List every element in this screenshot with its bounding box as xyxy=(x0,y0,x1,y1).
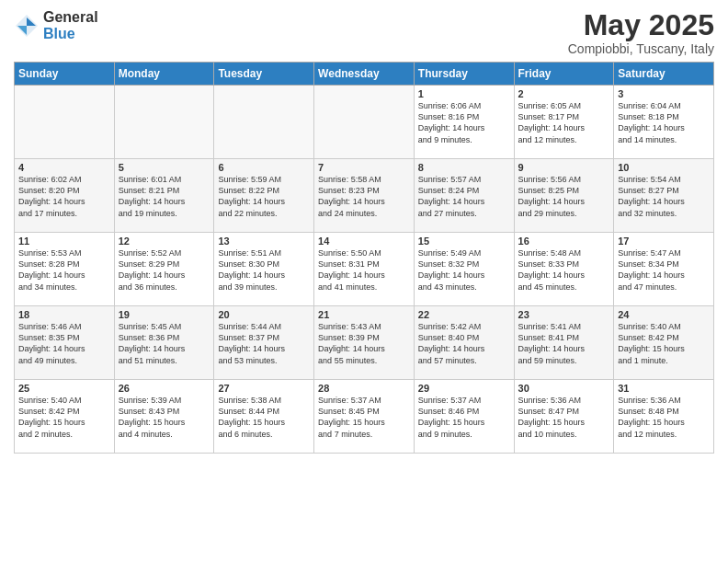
title-area: May 2025 Compiobbi, Tuscany, Italy xyxy=(568,9,714,56)
cell-w0-d5: 2Sunrise: 6:05 AM Sunset: 8:17 PM Daylig… xyxy=(514,86,614,159)
day-number: 23 xyxy=(518,309,610,320)
day-number: 22 xyxy=(418,309,510,320)
cell-w1-d6: 10Sunrise: 5:54 AM Sunset: 8:27 PM Dayli… xyxy=(614,159,714,233)
cell-w2-d1: 12Sunrise: 5:52 AM Sunset: 8:29 PM Dayli… xyxy=(114,233,214,306)
cell-w3-d4: 22Sunrise: 5:42 AM Sunset: 8:40 PM Dayli… xyxy=(414,306,514,380)
cell-w4-d1: 26Sunrise: 5:39 AM Sunset: 8:43 PM Dayli… xyxy=(114,380,214,454)
day-info: Sunrise: 5:45 AM Sunset: 8:36 PM Dayligh… xyxy=(119,321,210,366)
col-friday: Friday xyxy=(514,63,614,86)
day-info: Sunrise: 5:37 AM Sunset: 8:45 PM Dayligh… xyxy=(318,395,410,440)
day-info: Sunrise: 5:38 AM Sunset: 8:44 PM Dayligh… xyxy=(218,395,310,440)
week-row-0: 1Sunrise: 6:06 AM Sunset: 8:16 PM Daylig… xyxy=(15,86,714,159)
day-info: Sunrise: 5:51 AM Sunset: 8:30 PM Dayligh… xyxy=(218,247,310,293)
cell-w1-d1: 5Sunrise: 6:01 AM Sunset: 8:21 PM Daylig… xyxy=(114,159,214,233)
col-monday: Monday xyxy=(114,63,214,86)
col-wednesday: Wednesday xyxy=(314,63,415,86)
day-info: Sunrise: 6:01 AM Sunset: 8:21 PM Dayligh… xyxy=(119,174,210,219)
week-row-2: 11Sunrise: 5:53 AM Sunset: 8:28 PM Dayli… xyxy=(15,233,714,306)
col-tuesday: Tuesday xyxy=(214,63,314,86)
day-number: 25 xyxy=(18,383,110,394)
cell-w0-d4: 1Sunrise: 6:06 AM Sunset: 8:16 PM Daylig… xyxy=(414,86,514,159)
cell-w3-d3: 21Sunrise: 5:43 AM Sunset: 8:39 PM Dayli… xyxy=(314,306,415,380)
day-info: Sunrise: 5:36 AM Sunset: 8:47 PM Dayligh… xyxy=(518,395,610,440)
day-number: 4 xyxy=(18,162,110,173)
day-info: Sunrise: 5:41 AM Sunset: 8:41 PM Dayligh… xyxy=(518,321,610,366)
cell-w1-d3: 7Sunrise: 5:58 AM Sunset: 8:23 PM Daylig… xyxy=(314,159,415,233)
cell-w3-d0: 18Sunrise: 5:46 AM Sunset: 8:35 PM Dayli… xyxy=(15,306,115,380)
cell-w2-d2: 13Sunrise: 5:51 AM Sunset: 8:30 PM Dayli… xyxy=(214,233,314,306)
cell-w4-d4: 29Sunrise: 5:37 AM Sunset: 8:46 PM Dayli… xyxy=(414,380,514,454)
day-info: Sunrise: 5:48 AM Sunset: 8:33 PM Dayligh… xyxy=(518,247,610,293)
day-number: 12 xyxy=(119,236,210,247)
day-info: Sunrise: 5:40 AM Sunset: 8:42 PM Dayligh… xyxy=(18,395,110,440)
day-info: Sunrise: 6:04 AM Sunset: 8:18 PM Dayligh… xyxy=(618,100,710,145)
day-number: 21 xyxy=(318,309,410,320)
day-number: 26 xyxy=(119,383,210,394)
day-number: 31 xyxy=(618,383,710,394)
day-number: 20 xyxy=(218,309,310,320)
cell-w0-d0 xyxy=(15,86,115,159)
header: General Blue May 2025 Compiobbi, Tuscany… xyxy=(14,9,714,56)
cell-w2-d3: 14Sunrise: 5:50 AM Sunset: 8:31 PM Dayli… xyxy=(314,233,415,306)
calendar-table: Sunday Monday Tuesday Wednesday Thursday… xyxy=(14,62,714,454)
week-row-4: 25Sunrise: 5:40 AM Sunset: 8:42 PM Dayli… xyxy=(15,380,714,454)
subtitle: Compiobbi, Tuscany, Italy xyxy=(568,41,714,56)
day-info: Sunrise: 5:44 AM Sunset: 8:37 PM Dayligh… xyxy=(218,321,310,366)
day-info: Sunrise: 6:05 AM Sunset: 8:17 PM Dayligh… xyxy=(518,100,610,145)
day-info: Sunrise: 5:54 AM Sunset: 8:27 PM Dayligh… xyxy=(618,174,710,219)
day-info: Sunrise: 5:59 AM Sunset: 8:22 PM Dayligh… xyxy=(218,174,310,219)
cell-w2-d4: 15Sunrise: 5:49 AM Sunset: 8:32 PM Dayli… xyxy=(414,233,514,306)
header-row: Sunday Monday Tuesday Wednesday Thursday… xyxy=(15,63,714,86)
day-info: Sunrise: 5:49 AM Sunset: 8:32 PM Dayligh… xyxy=(418,247,510,293)
day-info: Sunrise: 5:56 AM Sunset: 8:25 PM Dayligh… xyxy=(518,174,610,219)
cell-w4-d3: 28Sunrise: 5:37 AM Sunset: 8:45 PM Dayli… xyxy=(314,380,415,454)
day-number: 17 xyxy=(618,236,710,247)
day-number: 27 xyxy=(218,383,310,394)
week-row-3: 18Sunrise: 5:46 AM Sunset: 8:35 PM Dayli… xyxy=(15,306,714,380)
day-number: 1 xyxy=(418,88,510,99)
day-number: 6 xyxy=(218,162,310,173)
col-thursday: Thursday xyxy=(414,63,514,86)
cell-w4-d6: 31Sunrise: 5:36 AM Sunset: 8:48 PM Dayli… xyxy=(614,380,714,454)
day-number: 9 xyxy=(518,162,610,173)
day-info: Sunrise: 5:39 AM Sunset: 8:43 PM Dayligh… xyxy=(119,395,210,440)
page-container: General Blue May 2025 Compiobbi, Tuscany… xyxy=(0,0,728,563)
day-number: 7 xyxy=(318,162,410,173)
cell-w0-d6: 3Sunrise: 6:04 AM Sunset: 8:18 PM Daylig… xyxy=(614,86,714,159)
day-number: 16 xyxy=(518,236,610,247)
logo: General Blue xyxy=(14,9,98,41)
cell-w3-d1: 19Sunrise: 5:45 AM Sunset: 8:36 PM Dayli… xyxy=(114,306,214,380)
day-number: 19 xyxy=(119,309,210,320)
cell-w3-d2: 20Sunrise: 5:44 AM Sunset: 8:37 PM Dayli… xyxy=(214,306,314,380)
day-info: Sunrise: 5:50 AM Sunset: 8:31 PM Dayligh… xyxy=(318,247,410,293)
day-number: 2 xyxy=(518,88,610,99)
day-number: 5 xyxy=(119,162,210,173)
day-number: 3 xyxy=(618,88,710,99)
cell-w2-d5: 16Sunrise: 5:48 AM Sunset: 8:33 PM Dayli… xyxy=(514,233,614,306)
col-saturday: Saturday xyxy=(614,63,714,86)
day-info: Sunrise: 5:53 AM Sunset: 8:28 PM Dayligh… xyxy=(18,247,110,293)
day-info: Sunrise: 5:46 AM Sunset: 8:35 PM Dayligh… xyxy=(18,321,110,366)
logo-icon xyxy=(14,13,40,39)
day-number: 13 xyxy=(218,236,310,247)
cell-w3-d6: 24Sunrise: 5:40 AM Sunset: 8:42 PM Dayli… xyxy=(614,306,714,380)
cell-w4-d0: 25Sunrise: 5:40 AM Sunset: 8:42 PM Dayli… xyxy=(15,380,115,454)
day-info: Sunrise: 5:42 AM Sunset: 8:40 PM Dayligh… xyxy=(418,321,510,366)
day-number: 30 xyxy=(518,383,610,394)
day-number: 11 xyxy=(18,236,110,247)
cell-w2-d0: 11Sunrise: 5:53 AM Sunset: 8:28 PM Dayli… xyxy=(15,233,115,306)
svg-marker-1 xyxy=(27,17,36,26)
cell-w3-d5: 23Sunrise: 5:41 AM Sunset: 8:41 PM Dayli… xyxy=(514,306,614,380)
day-number: 14 xyxy=(318,236,410,247)
day-info: Sunrise: 5:36 AM Sunset: 8:48 PM Dayligh… xyxy=(618,395,710,440)
day-number: 29 xyxy=(418,383,510,394)
day-number: 18 xyxy=(18,309,110,320)
day-number: 8 xyxy=(418,162,510,173)
cell-w0-d2 xyxy=(214,86,314,159)
logo-text: General Blue xyxy=(43,9,98,41)
day-number: 28 xyxy=(318,383,410,394)
cell-w4-d5: 30Sunrise: 5:36 AM Sunset: 8:47 PM Dayli… xyxy=(514,380,614,454)
day-info: Sunrise: 5:58 AM Sunset: 8:23 PM Dayligh… xyxy=(318,174,410,219)
day-info: Sunrise: 6:02 AM Sunset: 8:20 PM Dayligh… xyxy=(18,174,110,219)
day-info: Sunrise: 5:43 AM Sunset: 8:39 PM Dayligh… xyxy=(318,321,410,366)
